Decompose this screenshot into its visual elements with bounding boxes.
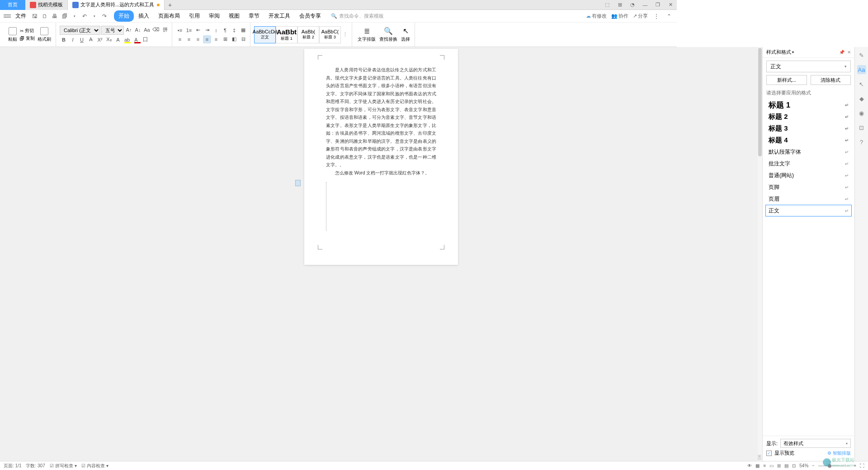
bullets-icon[interactable]: •≡: [176, 26, 184, 34]
unsaved-changes[interactable]: 有修改: [586, 13, 607, 19]
menu-icon[interactable]: [4, 14, 11, 18]
more-icon[interactable]: ⋮: [652, 12, 660, 20]
tab-document[interactable]: 文字是人类用符...远的方式和工具: [68, 0, 165, 10]
highlight-icon[interactable]: ab: [123, 36, 131, 44]
phonetic-icon[interactable]: 拼: [161, 26, 169, 34]
font-name-select[interactable]: Calibri (正文): [60, 26, 100, 35]
tab-member[interactable]: 会员专享: [295, 10, 326, 22]
superscript-icon[interactable]: X²: [96, 36, 104, 44]
paste-button[interactable]: 粘贴: [6, 27, 19, 42]
tab-template[interactable]: 找稻壳模板: [25, 0, 68, 10]
underline-icon[interactable]: U: [78, 36, 86, 44]
style-normal[interactable]: AaBbCcDd正文: [254, 26, 276, 43]
select-button[interactable]: ↖选择: [399, 27, 412, 42]
align-justify-icon[interactable]: ≡: [203, 35, 211, 43]
margin-corner-icon: [440, 245, 444, 249]
style-heading3[interactable]: AaBbC(标题 3: [319, 26, 341, 43]
numbering-icon[interactable]: 1≡: [185, 26, 193, 34]
styles-more-icon[interactable]: ⋮: [341, 31, 349, 39]
align-right-icon[interactable]: ≡: [194, 35, 202, 43]
ribbon: 粘贴 ✂剪切 🗐复制 格式刷 Calibri (正文) 五号 A↑ A↓ Aa …: [0, 23, 677, 47]
font-size-select[interactable]: 五号: [101, 26, 124, 35]
paragraph-2[interactable]: 怎么修改 Word 文档一打字就出现红色字体？。: [326, 169, 436, 177]
cut-button[interactable]: ✂剪切: [19, 27, 36, 34]
char-border-icon[interactable]: 囗: [141, 36, 149, 44]
paragraph-1[interactable]: 是人类用符号记录表达信息以传之久远的方式和工具。现代文字大多是记录语言的工具。人…: [326, 66, 436, 169]
show-marks-icon[interactable]: ¶: [221, 26, 229, 34]
tab-add-button[interactable]: +: [165, 1, 175, 9]
grid-icon[interactable]: ⊞: [613, 0, 626, 10]
collapse-ribbon-icon[interactable]: ⌃: [665, 12, 673, 20]
change-case-icon[interactable]: Aa: [143, 26, 151, 34]
group-tools: ≣文字排版 🔍查找替换 ↖选择: [353, 23, 415, 47]
close-button[interactable]: ✕: [664, 0, 677, 10]
print-icon[interactable]: 🖶: [51, 12, 59, 20]
indent-settings-icon[interactable]: ⊞: [221, 35, 229, 43]
clear-format-icon[interactable]: ⌫: [152, 26, 160, 34]
undo-more[interactable]: ▾: [90, 12, 99, 20]
doc-icon: [72, 2, 79, 8]
search-input[interactable]: 查找命令、搜索模板: [331, 13, 384, 19]
layout-icon[interactable]: ⬚: [601, 0, 613, 10]
align-center-icon[interactable]: ≡: [185, 35, 193, 43]
tab-insert[interactable]: 插入: [134, 10, 154, 22]
style-heading1[interactable]: AaBbt标题 1: [276, 26, 297, 43]
group-clipboard: 粘贴 ✂剪切 🗐复制 格式刷: [4, 23, 56, 47]
titlebar: 首页 找稻壳模板 文字是人类用符...远的方式和工具 + ⬚ ⊞ ◔ — ❐ ✕: [0, 0, 677, 10]
sort-icon[interactable]: ↕: [212, 26, 220, 34]
distribute-icon[interactable]: ≡: [212, 35, 220, 43]
collab-button[interactable]: 👥 协作: [611, 13, 628, 19]
text-layout-button[interactable]: ≣文字排版: [356, 27, 377, 42]
tab-home[interactable]: 首页: [0, 0, 25, 10]
window-controls: ⬚ ⊞ ◔ — ❐ ✕: [601, 0, 677, 10]
redo-icon[interactable]: ↷: [100, 12, 108, 20]
menubar-right: 有修改 👥 协作 ↗ 分享 ⋮ ⌃: [586, 12, 673, 20]
tab-pagelayout[interactable]: 页面布局: [154, 10, 184, 22]
export-icon[interactable]: 🗐: [61, 12, 69, 20]
font-color-icon[interactable]: A: [132, 36, 140, 44]
increase-indent-icon[interactable]: ⇥: [203, 26, 211, 34]
group-font: Calibri (正文) 五号 A↑ A↓ Aa ⌫ 拼 B I U A̵ X²…: [57, 23, 172, 47]
document-workspace: ‹ 是人类用符号记录表达信息以传之久远的方式和工具。现代文字大多是记录语言的工具…: [0, 47, 677, 367]
decrease-font-icon[interactable]: A↓: [134, 26, 142, 34]
bold-icon[interactable]: B: [60, 36, 68, 44]
find-replace-button[interactable]: 🔍查找替换: [377, 27, 399, 42]
format-painter-button[interactable]: 格式刷: [36, 27, 53, 42]
undo-icon[interactable]: ↶: [80, 12, 89, 20]
print-preview-icon[interactable]: 🗋: [41, 12, 49, 20]
template-icon: [30, 2, 36, 8]
style-heading2[interactable]: AaBb(标题 2: [297, 26, 319, 43]
maximize-button[interactable]: ❐: [651, 0, 664, 10]
tab-references[interactable]: 引用: [184, 10, 204, 22]
skin-icon[interactable]: ◔: [626, 0, 639, 10]
decrease-indent-icon[interactable]: ⇤: [194, 26, 202, 34]
qat-more[interactable]: ▾: [71, 12, 79, 20]
share-button[interactable]: ↗ 分享: [633, 13, 648, 19]
file-menu[interactable]: 文件: [15, 12, 26, 20]
italic-icon[interactable]: I: [69, 36, 77, 44]
borders-icon[interactable]: ▦: [239, 26, 247, 34]
section-icon[interactable]: [295, 180, 301, 186]
copy-button[interactable]: 🗐复制: [19, 35, 36, 42]
text-effect-icon[interactable]: A: [114, 36, 122, 44]
tab-settings-icon[interactable]: ⊟: [239, 35, 247, 43]
tab-label: 找稻壳模板: [38, 1, 63, 8]
tab-view[interactable]: 视图: [224, 10, 244, 22]
menubar: 文件 🖫 🗋 🖶 🗐 ▾ ↶ ▾ ↷ 开始 插入 页面布局 引用 审阅 视图 章…: [0, 10, 677, 23]
subscript-icon[interactable]: X₂: [105, 36, 113, 44]
tab-review[interactable]: 审阅: [204, 10, 224, 22]
group-paragraph: •≡ 1≡ ⇤ ⇥ ↕ ¶ ‡ ▦ ≡ ≡ ≡ ≡ ≡ ⊞ ◧ ⊟: [173, 23, 250, 47]
minimize-button[interactable]: —: [639, 0, 651, 10]
line-spacing-icon[interactable]: ‡: [230, 26, 238, 34]
tab-start[interactable]: 开始: [114, 10, 134, 22]
document-page[interactable]: 是人类用符号记录表达信息以传之久远的方式和工具。现代文字大多是记录语言的工具。人…: [304, 49, 458, 265]
tab-section[interactable]: 章节: [244, 10, 264, 22]
tab-devtools[interactable]: 开发工具: [264, 10, 295, 22]
increase-font-icon[interactable]: A↑: [125, 26, 133, 34]
strike-icon[interactable]: A̵: [87, 36, 95, 44]
shading-icon[interactable]: ◧: [230, 35, 238, 43]
quick-access: 文件 🖫 🗋 🖶 🗐 ▾ ↶ ▾ ↷: [4, 12, 108, 20]
align-left-icon[interactable]: ≡: [176, 35, 184, 43]
save-icon[interactable]: 🖫: [31, 12, 39, 20]
group-styles: AaBbCcDd正文 AaBbt标题 1 AaBb(标题 2 AaBbC(标题 …: [251, 23, 352, 47]
